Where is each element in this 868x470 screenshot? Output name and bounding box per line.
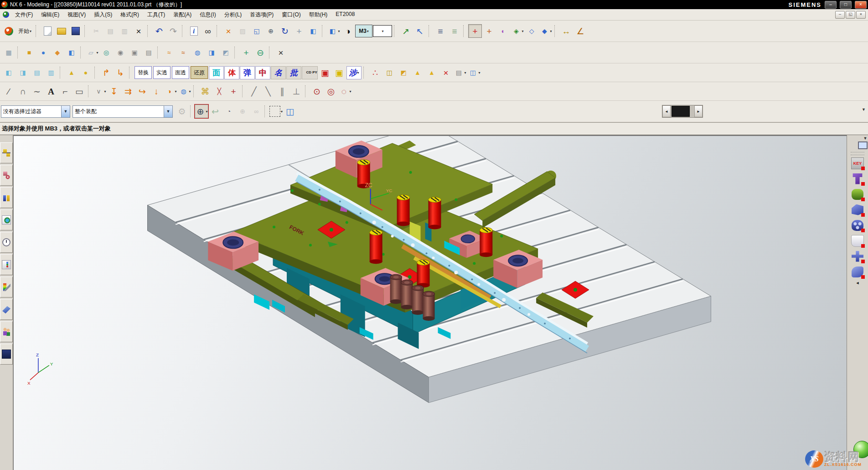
scroll-right-button[interactable]: ► [694, 105, 703, 117]
palette-tab[interactable] [0, 254, 13, 275]
n-sided-surface-button[interactable]: ▥ [44, 66, 58, 79]
toolbar-options-arrow[interactable]: ▼ [862, 107, 866, 112]
interference-button[interactable]: 涉▾ [346, 66, 362, 79]
warn-check-b-button[interactable]: ▲ [425, 66, 439, 79]
warn-check-a-button[interactable]: ▲ [411, 66, 424, 79]
bridge-curve-button[interactable]: ↪ [135, 84, 149, 98]
polyline-button[interactable]: ∨▾ [93, 84, 107, 98]
undo-selection-button[interactable]: ↩ [208, 104, 222, 118]
sphere-button[interactable]: ● [79, 66, 93, 79]
save-button[interactable] [69, 24, 83, 38]
menu-assemblies[interactable]: 装配(A) [169, 10, 196, 20]
flip-normal-down-button[interactable]: ↳ [114, 66, 127, 79]
wcs-dynamics-button[interactable]: + [482, 24, 496, 38]
menu-window[interactable]: 窗口(O) [278, 10, 305, 20]
shaded-display-button[interactable]: ◧▾ [327, 24, 341, 38]
copy-button[interactable]: ▤ [103, 24, 117, 38]
circle-tangent-button[interactable]: ◌▾ [338, 84, 352, 98]
appearance-button[interactable]: ◑ [341, 24, 355, 38]
selection-filter-dropdown[interactable]: 没有选择过滤器 ▼ [1, 105, 70, 118]
corner-button[interactable]: ⌐ [58, 84, 72, 98]
remove-component-button[interactable]: × [439, 66, 453, 79]
clipboard-new-button[interactable]: ▤▾ [453, 66, 467, 79]
delete-face-button[interactable]: × [274, 46, 288, 59]
through-curves-button[interactable]: ≈ [162, 46, 176, 59]
dropdown-arrow-icon[interactable]: ▼ [164, 106, 172, 117]
snap-point-b-button[interactable]: ◆▾ [539, 24, 553, 38]
menu-information[interactable]: 信息(I) [196, 10, 220, 20]
view-m3-button[interactable]: M3▾ [355, 25, 372, 37]
doc-close-button[interactable]: × [856, 11, 866, 19]
toolbar-overflow-scrollbar[interactable]: ◄ ► [662, 105, 703, 118]
pull-face-button[interactable]: ↖ [413, 24, 427, 38]
circle-center-button[interactable]: ⊙ [310, 84, 324, 98]
zoom-in-out-button[interactable]: ⊕ [264, 24, 278, 38]
replace-button[interactable]: 替换 [134, 66, 152, 79]
reuse-part-cup[interactable] [850, 234, 865, 248]
key-curve-button[interactable]: ⌘ [198, 84, 212, 98]
intersection-point-button[interactable]: + [227, 84, 240, 98]
window-close-button[interactable]: × [855, 1, 867, 9]
menu-insert[interactable]: 插入(S) [90, 10, 116, 20]
interrupt-button[interactable]: ◔ [222, 104, 236, 118]
constraint-navigator-tab[interactable] [0, 165, 13, 186]
join-curve-button[interactable]: ↓ [150, 84, 163, 98]
pattern-component-button[interactable]: ◩ [397, 66, 410, 79]
swept-button[interactable]: ≈ [176, 46, 190, 59]
point-on-curve-button[interactable]: ⊕ [236, 104, 249, 118]
arc-button[interactable]: ∩ [16, 84, 30, 98]
scroll-track[interactable] [671, 105, 694, 117]
palette-grip[interactable] [851, 152, 864, 155]
start-menu-button[interactable]: 开始▾ [16, 24, 34, 38]
measure-angle-button[interactable]: ∠ [574, 24, 587, 38]
spring-tool-button[interactable]: 弹 [240, 66, 255, 79]
component-view-button[interactable]: ◫▾ [467, 66, 481, 79]
assembly-navigator-tab[interactable] [0, 142, 13, 163]
subtract-button[interactable]: ⊖ [253, 46, 267, 59]
menu-help[interactable]: 帮助(H) [305, 10, 332, 20]
graphics-window[interactable]: FORK FORK [13, 135, 847, 470]
menu-format[interactable]: 格式(R) [116, 10, 143, 20]
information-button[interactable]: i [187, 24, 201, 38]
cut-button[interactable]: ✂ [89, 24, 103, 38]
trim-body-button[interactable]: ◨ [205, 46, 218, 59]
menu-file[interactable]: 文件(F) [11, 10, 37, 20]
wrap-curve-button[interactable]: ◍▾ [178, 84, 191, 98]
palette-collapse-arrow[interactable]: ◄ [856, 281, 860, 285]
cone-button[interactable]: ◆ [51, 46, 64, 59]
doc-restore-button[interactable]: ◱ [846, 11, 855, 19]
system-materials-tab[interactable] [0, 344, 13, 365]
show-hide-button[interactable]: ◈▾ [511, 24, 524, 38]
delete-button[interactable]: × [132, 24, 145, 38]
rectangle-button[interactable]: ▭ [72, 84, 86, 98]
reuse-part-bushing[interactable] [850, 187, 865, 201]
window-maximize-button[interactable]: □ [840, 1, 852, 9]
reuse-part-key[interactable]: KEY [850, 156, 865, 170]
menu-view[interactable]: 视图(V) [63, 10, 90, 20]
boss-button[interactable]: ◉ [114, 46, 127, 59]
window-minimize-button[interactable]: – [825, 1, 837, 9]
rectangle-select-button[interactable]: ▾ [269, 104, 283, 118]
new-file-button[interactable] [41, 24, 54, 38]
line-button[interactable]: ∕ [2, 84, 16, 98]
measure-distance-button[interactable]: ↔ [559, 24, 573, 38]
object-display-button[interactable]: ◐ [496, 24, 510, 38]
circle-three-point-button[interactable]: ◎ [324, 84, 338, 98]
palette-options-arrow[interactable]: ▼ [863, 136, 868, 141]
undo-button[interactable]: ↶ [152, 24, 166, 38]
internet-explorer-tab[interactable] [0, 209, 13, 230]
intersect-curve-button[interactable]: ╳ [212, 84, 226, 98]
red-solid-box-button[interactable]: ▣ [318, 66, 332, 79]
open-file-button[interactable] [55, 24, 68, 38]
scroll-left-button[interactable]: ◄ [662, 105, 671, 117]
selection-scope-dropdown[interactable]: 整个装配 ▼ [72, 105, 173, 118]
selection-gears-button[interactable]: ⚙ [175, 104, 189, 118]
menu-preferences[interactable]: 首选项(P) [246, 10, 278, 20]
perspective-button[interactable]: ◧ [306, 24, 320, 38]
cylinder-button[interactable]: ● [36, 46, 50, 59]
batch-tool-button[interactable]: 批 [286, 66, 301, 79]
visualization-tab[interactable] [0, 277, 13, 298]
wcs-display-button[interactable]: + [468, 24, 482, 38]
move-face-button[interactable]: ↗ [399, 24, 413, 38]
snap-point-button[interactable]: ⊕▾ [195, 104, 208, 118]
